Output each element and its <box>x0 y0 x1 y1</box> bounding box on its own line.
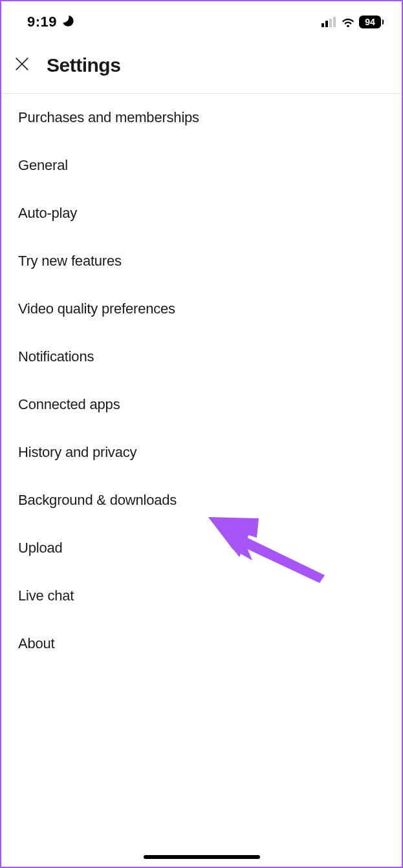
settings-item-label: Live chat <box>18 587 74 604</box>
settings-item-label: Video quality preferences <box>18 301 175 317</box>
settings-item-live-chat[interactable]: Live chat <box>1 572 402 620</box>
page-title: Settings <box>47 54 120 76</box>
settings-list: Purchases and memberships General Auto-p… <box>1 94 402 668</box>
settings-item-label: Try new features <box>18 253 122 269</box>
settings-item-history-privacy[interactable]: History and privacy <box>1 429 402 476</box>
settings-item-label: Connected apps <box>18 396 120 412</box>
settings-item-label: Notifications <box>18 348 94 365</box>
settings-item-label: Purchases and memberships <box>18 109 199 125</box>
settings-item-upload[interactable]: Upload <box>1 524 402 572</box>
svg-rect-2 <box>329 19 332 27</box>
battery-icon: 94 <box>359 16 384 28</box>
settings-item-label: Upload <box>18 540 63 556</box>
settings-item-label: Background & downloads <box>18 492 177 508</box>
settings-item-connected-apps[interactable]: Connected apps <box>1 381 402 429</box>
status-bar: 9:19 94 <box>1 1 402 37</box>
svg-rect-0 <box>321 23 324 27</box>
settings-item-label: General <box>18 157 68 173</box>
home-indicator[interactable] <box>144 855 260 859</box>
settings-item-label: Auto-play <box>18 205 77 221</box>
wifi-icon <box>341 17 355 27</box>
settings-item-try-new-features[interactable]: Try new features <box>1 237 402 285</box>
status-time: 9:19 <box>27 14 57 30</box>
settings-item-label: About <box>18 635 55 651</box>
settings-item-label: History and privacy <box>18 444 136 460</box>
settings-item-notifications[interactable]: Notifications <box>1 333 402 381</box>
cellular-icon <box>321 17 337 27</box>
status-right: 94 <box>321 16 384 28</box>
settings-item-about[interactable]: About <box>1 620 402 668</box>
header: Settings <box>1 37 402 94</box>
moon-icon <box>61 14 74 30</box>
svg-rect-1 <box>325 21 328 27</box>
settings-item-general[interactable]: General <box>1 142 402 189</box>
settings-item-autoplay[interactable]: Auto-play <box>1 189 402 237</box>
settings-item-purchases[interactable]: Purchases and memberships <box>1 94 402 142</box>
close-icon[interactable] <box>13 55 31 76</box>
status-left: 9:19 <box>27 14 74 30</box>
svg-rect-3 <box>333 17 336 27</box>
settings-item-video-quality[interactable]: Video quality preferences <box>1 285 402 333</box>
settings-item-background-downloads[interactable]: Background & downloads <box>1 476 402 524</box>
